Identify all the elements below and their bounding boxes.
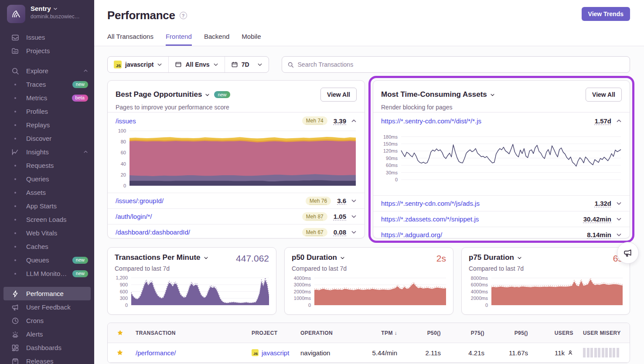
col-user-misery[interactable]: USER MISERY [579,330,630,336]
tpm-title-dropdown[interactable]: Transactions Per Minute [115,253,208,262]
sidebar-item-explore[interactable]: Explore [0,64,94,78]
bullet-icon [11,108,19,116]
score-badge: Meh 76 [306,197,331,205]
chevron-down-icon [157,62,162,67]
tab-backend[interactable]: Backend [204,33,229,46]
expand-row-button[interactable] [351,198,357,204]
sidebar-item-metrics[interactable]: Metricsbeta [0,91,94,105]
assets-view-all-button[interactable]: View All [586,88,622,102]
tpm-chart-svg: 1,2009006003000 [109,274,271,310]
bullet-icon [11,135,19,143]
col-tpm[interactable]: TPM ↓ [354,330,407,336]
sidebar-item-dashboards[interactable]: Dashboards [0,341,94,354]
page-header: Performance ? View Trends All Transactio… [94,0,644,46]
svg-text:4000ms: 4000ms [294,276,311,281]
col-p50[interactable]: P50() [407,330,450,336]
sidebar-item-performance[interactable]: Performance [3,287,91,300]
help-icon[interactable]: ? [180,12,187,19]
col-transaction[interactable]: TRANSACTION [132,330,248,336]
new-badge: new [72,81,88,88]
sidebar-item-releases[interactable]: Releases [0,354,94,364]
starred-toggle[interactable] [108,349,132,356]
sidebar-item-label: Projects [26,47,50,54]
best-pages-title-dropdown[interactable]: Best Page Opportunities [116,90,210,99]
star-column-header[interactable] [108,330,132,336]
transaction-link[interactable]: /performance/ [136,349,176,357]
tab-bar: All Transactions Frontend Backend Mobile [107,33,261,46]
p75-card: p75 Duration 6s Compared to last 7d 8000… [461,247,630,315]
expand-row-button[interactable] [351,214,357,219]
transaction-link[interactable]: /issues/:groupId/ [116,197,164,204]
date-range-filter[interactable]: 7D [225,57,269,72]
sentry-logo[interactable] [7,5,25,23]
search-box [282,56,630,73]
org-name: Sentry [31,5,51,12]
org-switcher[interactable]: Sentry dominik.buszowiec… [0,0,94,25]
sidebar-item-user-feedback[interactable]: User Feedback [0,300,94,314]
expand-row-button[interactable] [616,232,622,238]
view-trends-button[interactable]: View Trends [582,7,630,21]
asset-link[interactable]: https://*.sentry-cdn.com/*/dist/*/*.js [381,117,481,125]
bullet-icon [11,175,19,183]
p50-title-dropdown[interactable]: p50 Duration [292,253,345,262]
sidebar-item-discover[interactable]: Discover [0,132,94,145]
sidebar-item-assets[interactable]: Assets [0,186,94,199]
sidebar-item-queues[interactable]: Queuesnew [0,253,94,267]
transaction-link[interactable]: /dashboard/:dashboardId/ [116,228,190,236]
environment-filter[interactable]: All Envs [169,57,225,72]
sidebar-item-projects[interactable]: Projects [0,44,94,58]
calendar-icon [231,61,238,68]
p75-title-dropdown[interactable]: p75 Duration [469,253,522,262]
tab-mobile[interactable]: Mobile [242,33,261,46]
collapse-row-button[interactable] [351,118,357,124]
tab-all-transactions[interactable]: All Transactions [107,33,153,46]
assets-title-dropdown[interactable]: Most Time-Consuming Assets [381,90,495,99]
project-filter[interactable]: JS javascript [108,57,169,72]
sidebar-item-issues[interactable]: Issues [0,31,94,44]
best_pages-chart-svg: 100806040200 [111,128,358,191]
search-input[interactable] [298,61,624,68]
asset-total-time: 1.57d [595,117,611,125]
svg-text:6000ms: 6000ms [471,282,488,287]
col-operation[interactable]: OPERATION [297,330,354,336]
sidebar-item-app-starts[interactable]: App Starts [0,199,94,213]
sidebar-item-alerts[interactable]: Alerts [0,327,94,341]
sidebar-item-screen-loads[interactable]: Screen Loads [0,213,94,226]
chevron-up-icon[interactable] [83,150,88,154]
p50-value: 2s [436,253,446,264]
tpm-subtitle: Compared to last 7d [108,264,276,272]
expand-row-button[interactable] [616,201,622,206]
expand-row-button[interactable] [616,216,622,222]
asset-link[interactable]: https://*.sentry-cdn.com/*/js/ads.js [381,200,480,207]
sidebar-item-crons[interactable]: Crons [0,314,94,327]
transaction-link[interactable]: /auth/login/*/ [116,213,152,220]
sidebar-item-requests[interactable]: Requests [0,159,94,172]
expand-row-button[interactable] [351,229,357,235]
assets-chart-svg: 180ms150ms120ms90ms60ms30ms0 [377,131,623,187]
asset-link[interactable]: https://*.adguard.org/ [381,231,442,238]
asset-link[interactable]: https://*.zdassets.com/*/snippet.js [381,215,479,223]
project-link[interactable]: javascript [262,349,289,357]
sidebar-item-replays[interactable]: Replays [0,118,94,132]
sidebar-item-queries[interactable]: Queries [0,172,94,186]
chevron-up-icon[interactable] [83,68,88,73]
sidebar-item-insights[interactable]: Insights [0,145,94,159]
p50-cell: 2.11s [407,349,450,357]
sidebar-item-caches[interactable]: Caches [0,240,94,253]
sidebar-item-traces[interactable]: Tracesnew [0,78,94,91]
svg-text:180ms: 180ms [383,134,398,139]
sidebar-item-profiles[interactable]: Profiles [0,105,94,118]
tab-frontend[interactable]: Frontend [166,33,192,46]
col-p75[interactable]: P75() [450,330,494,336]
sidebar-item-llm-monito[interactable]: LLM Monito…new [0,267,94,280]
issues-icon [11,34,19,41]
feedback-fab-button[interactable] [617,242,639,264]
col-project[interactable]: PROJECT [248,330,297,336]
collapse-row-button[interactable] [616,118,622,124]
svg-text:0: 0 [395,177,398,182]
best-pages-view-all-button[interactable]: View All [320,88,357,102]
sidebar-item-web-vitals[interactable]: Web Vitals [0,226,94,240]
transaction-link[interactable]: /issues [116,117,136,125]
col-p95[interactable]: P95() [494,330,538,336]
col-users[interactable]: USERS [538,330,579,336]
